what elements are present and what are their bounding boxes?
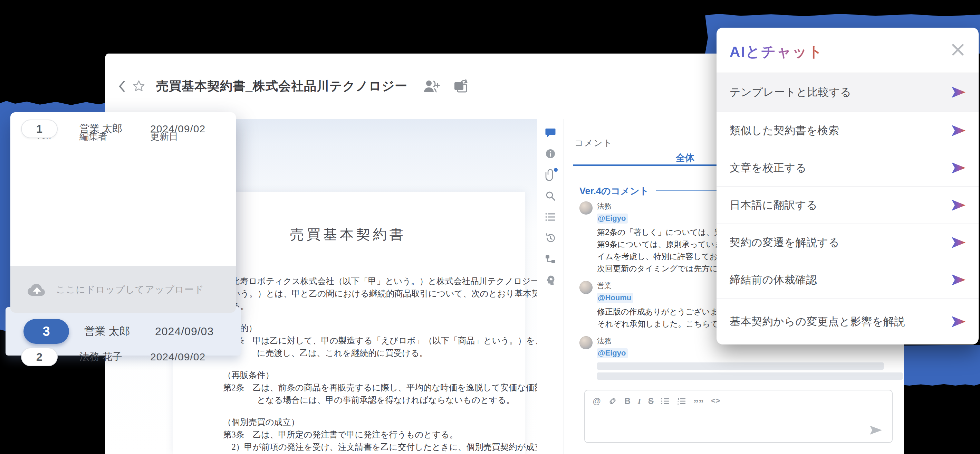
- ai-suggestion-label: テンプレートと比較する: [730, 85, 851, 99]
- document-title: 売買基本契約書_株式会社品川テクノロジー: [156, 78, 407, 95]
- skeleton-bar: [597, 362, 884, 370]
- comments-header: コメント: [574, 137, 612, 148]
- contract-line: 第3条 乙は、甲所定の発注書で甲に発注を行うものとする。: [223, 429, 473, 441]
- version-editor: 営業 太郎: [80, 122, 122, 136]
- ai-suggestion-item[interactable]: 文章を校正する: [716, 149, 978, 186]
- contract-line: に売渡し、乙は、これを継続的に買受ける。: [223, 347, 473, 359]
- ai-send-icon[interactable]: [951, 273, 966, 287]
- ai-send-icon[interactable]: [951, 86, 966, 99]
- side-tool-rail: [537, 119, 564, 454]
- version-comments-section-title: Ver.4のコメント: [579, 185, 649, 197]
- mention-link[interactable]: @Eigyo: [597, 348, 628, 358]
- contract-line: となる場合には、甲の事前承認を得なければならないものとする。: [223, 394, 473, 406]
- comments-icon[interactable]: [544, 127, 556, 139]
- avatar: [579, 281, 593, 294]
- link-icon[interactable]: [608, 397, 617, 406]
- ai-suggestion-list: テンプレートと比較する 類似した契約書を検索 文章を校正する: [716, 73, 978, 344]
- bullet-list-icon[interactable]: [661, 397, 670, 406]
- comment-loading-skeleton: [597, 362, 821, 380]
- ai-send-icon[interactable]: [951, 124, 966, 137]
- editor-toolbar: @ B I S ”” <>: [585, 390, 892, 408]
- contract-line: （個別売買の成立）: [223, 416, 473, 429]
- send-comment-icon[interactable]: [869, 424, 883, 436]
- code-icon[interactable]: <>: [711, 397, 720, 406]
- contract-line: という。）とは、甲と乙の間における継続的商品取引について、次のとおり基本契約を締…: [223, 287, 473, 300]
- contract-line: 恵比寿ロボティクス株式会社（以下「甲」という。）と株式会社品川テクノロジー（以下…: [223, 275, 473, 287]
- back-icon[interactable]: [115, 79, 129, 94]
- comment-input[interactable]: @ B I S ”” <>: [584, 390, 892, 443]
- ai-chat-panel: AIとチャット テンプレートと比較する 類似した契約書を検索: [716, 28, 978, 344]
- ai-suggestion-label: 日本語に翻訳する: [730, 198, 817, 212]
- ai-suggestion-item[interactable]: 契約の変遷を解説する: [716, 223, 978, 261]
- ai-send-icon[interactable]: [951, 236, 966, 249]
- comment-author: 法務: [597, 201, 628, 210]
- version-row[interactable]: 2 法務 花子 2024/09/02: [10, 340, 236, 373]
- favorite-star-icon[interactable]: [130, 79, 148, 94]
- ai-send-icon[interactable]: [951, 315, 966, 328]
- ai-suggestion-item[interactable]: 締結前の体裁確認: [716, 261, 978, 298]
- contract-line: 第2条 乙は、前条の商品を再販売するに際し、平均的な時価を逸脱して安価な価額設定: [223, 381, 473, 394]
- version-history-panel: Ver. 編集者 更新日 3 営業 太郎 2024/09/03 2 法務 花子 …: [10, 112, 236, 313]
- version-date: 2024/09/02: [150, 123, 205, 135]
- numbered-list-icon[interactable]: [677, 397, 686, 406]
- contract-line: [223, 359, 473, 369]
- ai-suggestion-item[interactable]: 基本契約からの変更点と影響を解説: [716, 298, 978, 344]
- info-icon[interactable]: [544, 148, 556, 159]
- contract-line: 第1条 甲は乙に対して、甲の製造する「えびロボ」（以下「商品」という。）を、継続…: [223, 335, 473, 347]
- contract-line: する。: [223, 300, 473, 312]
- cloud-upload-icon: [27, 282, 47, 297]
- avatar: [579, 336, 593, 349]
- ai-suggestion-label: 文章を校正する: [730, 161, 807, 175]
- ai-suggestion-item[interactable]: 類似した契約書を検索: [716, 112, 978, 149]
- ai-suggestion-item[interactable]: テンプレートと比較する: [716, 73, 978, 112]
- ai-send-icon[interactable]: [951, 161, 966, 174]
- contract-line: [223, 312, 473, 322]
- share-member-add-icon[interactable]: [421, 78, 442, 95]
- version-number-badge: 2: [21, 347, 58, 366]
- history-icon[interactable]: [544, 232, 556, 244]
- version-date: 2024/09/03: [155, 325, 214, 338]
- ai-send-icon[interactable]: [951, 199, 966, 212]
- version-number-badge: 1: [21, 119, 58, 138]
- mention-link[interactable]: @Houmu: [597, 293, 633, 303]
- search-icon[interactable]: [544, 190, 556, 202]
- attachments-icon[interactable]: [544, 169, 556, 181]
- upload-dropzone[interactable]: ここにドロップしてアップロード: [10, 266, 236, 313]
- ai-panel-header: AIとチャット: [716, 28, 978, 73]
- comment-author: 営業: [597, 281, 633, 290]
- version-row[interactable]: 1 営業 太郎 2024/09/02: [10, 112, 236, 145]
- contract-title: 売買基本契約書: [223, 225, 473, 244]
- related-tree-icon[interactable]: [544, 253, 556, 265]
- close-icon[interactable]: [949, 41, 967, 59]
- ai-suggestion-label: 基本契約からの変更点と影響を解説: [730, 314, 905, 329]
- italic-icon[interactable]: I: [638, 397, 641, 406]
- decorative-blue-block-bottom-right: [898, 345, 980, 386]
- outline-list-icon[interactable]: [544, 211, 556, 223]
- duplicate-document-icon[interactable]: [451, 78, 470, 95]
- ai-suggestion-label: 類似した契約書を検索: [730, 123, 839, 138]
- strikethrough-icon[interactable]: S: [648, 397, 654, 406]
- contract-line: （再販条件）: [223, 369, 473, 381]
- contract-line: 2）甲が前項の発注を受け、注文請書を乙に交付したときに、個別売買契約が成立し: [223, 441, 473, 453]
- mention-icon[interactable]: @: [593, 397, 601, 406]
- ai-panel-title: AIとチャット: [730, 42, 823, 62]
- attachments-badge-dot: [554, 168, 558, 172]
- ai-suggestion-label: 契約の変遷を解説する: [730, 235, 840, 250]
- ai-assistant-icon[interactable]: [544, 274, 556, 286]
- version-editor: 法務 花子: [80, 350, 122, 364]
- bold-icon[interactable]: B: [624, 397, 630, 406]
- skeleton-bar: [597, 373, 903, 380]
- mention-link[interactable]: @Eigyo: [597, 213, 628, 223]
- contract-line: （目的）: [223, 322, 473, 335]
- contract-line: [223, 406, 473, 416]
- comment-author: 法務: [597, 336, 628, 345]
- marketing-canvas: 売買基本契約書_株式会社品川テクノロジー 売買基本契約書: [0, 0, 980, 454]
- contract-body: 恵比寿ロボティクス株式会社（以下「甲」という。）と株式会社品川テクノロジー（以下…: [223, 275, 473, 454]
- version-date: 2024/09/02: [150, 351, 205, 363]
- ai-suggestion-item[interactable]: 日本語に翻訳する: [716, 186, 978, 223]
- quote-icon[interactable]: ””: [694, 395, 704, 408]
- version-editor: 営業 太郎: [84, 324, 130, 339]
- ai-suggestion-label: 締結前の体裁確認: [730, 272, 817, 287]
- avatar: [579, 201, 593, 215]
- upload-hint: ここにドロップしてアップロード: [56, 283, 204, 296]
